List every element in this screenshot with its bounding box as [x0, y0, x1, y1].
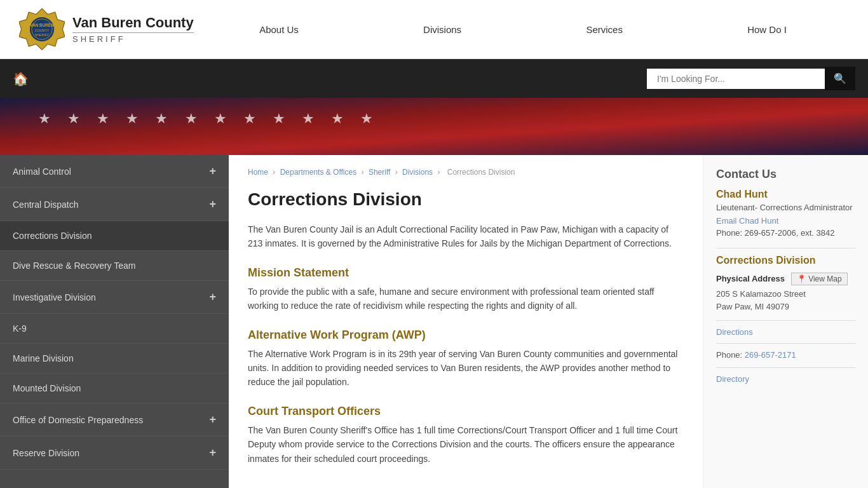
page-title: Corrections Division: [248, 189, 684, 210]
sidebar-item-office-domestic-preparedness[interactable]: Office of Domestic Preparedness +: [0, 403, 229, 437]
section-text-mission: To provide the public with a safe, human…: [248, 285, 684, 313]
breadcrumb-current: Corrections Division: [447, 168, 515, 177]
site-subtitle: SHERIFF: [72, 32, 194, 44]
address-line2: Paw Paw, MI 49079: [716, 302, 789, 311]
physical-address-label: Physical Address: [716, 274, 785, 283]
site-title: Van Buren County: [72, 15, 194, 31]
search-input[interactable]: [647, 69, 825, 89]
divider4: [716, 367, 855, 368]
directory-link[interactable]: Directory: [716, 374, 855, 384]
address-lines: 205 S Kalamazoo Street Paw Paw, MI 49079: [716, 288, 855, 313]
contact-phone: Phone: 269-657-2006, ext. 3842: [716, 228, 855, 238]
right-panel: Contact Us Chad Hunt Lieutenant- Correct…: [703, 155, 868, 488]
section-text-awp: The Alternative Work Program is in its 2…: [248, 347, 684, 390]
expand-icon: +: [209, 290, 216, 304]
sidebar-item-investigative-division[interactable]: Investigative Division +: [0, 281, 229, 314]
main-content: Home › Departments & Offices › Sheriff ›…: [229, 155, 703, 488]
sheriff-badge-icon: VAN BUREN COUNTY SHERIFF: [19, 6, 65, 52]
directions-link[interactable]: Directions: [716, 327, 855, 337]
nav-about-us[interactable]: About Us: [259, 24, 299, 35]
nav-divisions[interactable]: Divisions: [423, 24, 461, 35]
search-form: 🔍: [647, 67, 855, 90]
page-intro: The Van Buren County Jail is an Adult Co…: [248, 222, 684, 251]
address-line1: 205 S Kalamazoo Street: [716, 289, 806, 299]
main-nav: About Us Divisions Services How Do I: [197, 24, 849, 35]
logo-text: Van Buren County SHERIFF: [72, 15, 194, 44]
breadcrumb-home[interactable]: Home: [248, 168, 268, 177]
sidebar-item-corrections-division[interactable]: Corrections Division: [0, 221, 229, 251]
contact-section-title: Contact Us: [716, 168, 855, 181]
breadcrumb-divisions[interactable]: Divisions: [402, 168, 433, 177]
view-map-button[interactable]: 📍 View Map: [791, 273, 848, 285]
logo-area: VAN BUREN COUNTY SHERIFF Van Buren Count…: [19, 6, 197, 52]
svg-text:COUNTY: COUNTY: [35, 29, 50, 32]
expand-icon: +: [209, 165, 216, 178]
contact-email-link[interactable]: Email Chad Hunt: [716, 216, 855, 226]
svg-text:SHERIFF: SHERIFF: [35, 33, 50, 37]
divider2: [716, 320, 855, 321]
breadcrumb: Home › Departments & Offices › Sheriff ›…: [248, 168, 684, 177]
hero-image: [0, 98, 868, 155]
expand-icon: +: [209, 198, 216, 211]
breadcrumb-sheriff[interactable]: Sheriff: [369, 168, 390, 177]
sidebar-item-animal-control[interactable]: Animal Control +: [0, 155, 229, 188]
section-text-court-transport: The Van Buren County Sheriff's Office ha…: [248, 423, 684, 466]
section-title-court-transport: Court Transport Officers: [248, 405, 684, 418]
divider: [716, 248, 855, 248]
section-title-mission: Mission Statement: [248, 266, 684, 280]
division-contact-title: Corrections Division: [716, 255, 855, 266]
content-area: Animal Control + Central Dispatch + Corr…: [0, 155, 868, 488]
contact-person-name: Chad Hunt: [716, 189, 855, 200]
sidebar-item-marine-division[interactable]: Marine Division: [0, 344, 229, 374]
phone2-link[interactable]: 269-657-2171: [745, 350, 796, 360]
nav-services[interactable]: Services: [586, 24, 623, 35]
svg-text:VAN BUREN: VAN BUREN: [31, 23, 54, 27]
breadcrumb-departments[interactable]: Departments & Offices: [280, 168, 357, 177]
sidebar: Animal Control + Central Dispatch + Corr…: [0, 155, 229, 488]
site-header: VAN BUREN COUNTY SHERIFF Van Buren Count…: [0, 0, 868, 59]
home-button[interactable]: 🏠: [13, 71, 29, 86]
sidebar-item-mounted-division[interactable]: Mounted Division: [0, 374, 229, 403]
sidebar-item-dive-rescue[interactable]: Dive Rescue & Recovery Team: [0, 251, 229, 281]
section-title-awp: Alternative Work Program (AWP): [248, 329, 684, 342]
divider3: [716, 343, 855, 344]
expand-icon: +: [209, 446, 216, 459]
sidebar-item-reserve-division[interactable]: Reserve Division +: [0, 437, 229, 470]
sidebar-item-central-dispatch[interactable]: Central Dispatch +: [0, 188, 229, 221]
sidebar-item-k9[interactable]: K-9: [0, 314, 229, 344]
contact-phone2: Phone: 269-657-2171: [716, 350, 855, 360]
physical-address-block: Physical Address 📍 View Map: [716, 273, 855, 285]
search-button[interactable]: 🔍: [825, 67, 855, 90]
expand-icon: +: [209, 413, 216, 426]
search-bar: 🏠 🔍: [0, 59, 868, 98]
phone2-prefix: Phone:: [716, 350, 745, 360]
contact-person-role: Lieutenant- Corrections Administrator: [716, 203, 855, 212]
nav-how-do-i[interactable]: How Do I: [747, 24, 787, 35]
